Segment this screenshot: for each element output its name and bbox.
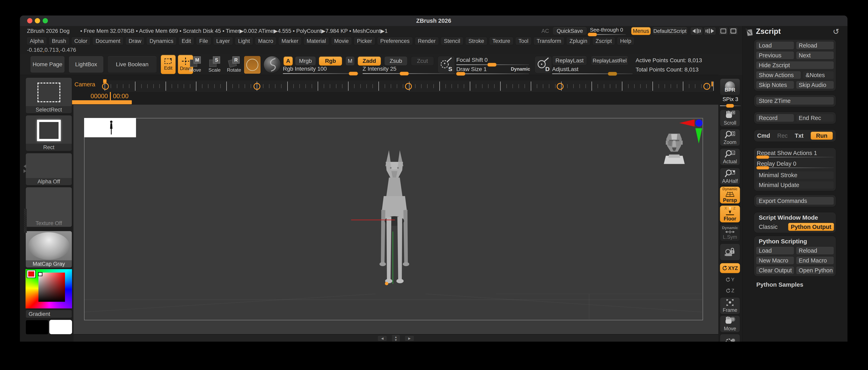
menu-item[interactable]: Document	[92, 37, 124, 45]
python-load-button[interactable]: Load	[756, 247, 794, 255]
replay-delay-slider[interactable]: Replay Delay 0	[756, 160, 834, 169]
draw-size-slider[interactable]	[456, 73, 529, 74]
menu-item[interactable]: Brush	[49, 37, 69, 45]
menu-item[interactable]: Layer	[213, 37, 233, 45]
export-commands-button[interactable]: Export Commands	[756, 197, 834, 205]
color-picker[interactable]	[26, 269, 72, 308]
minimal-stroke-button[interactable]: Minimal Stroke	[756, 171, 834, 179]
menu-item[interactable]: Tool	[515, 37, 532, 45]
document-canvas[interactable]	[73, 105, 718, 334]
menu-item[interactable]: Marker	[278, 37, 302, 45]
shelf-drag-strip[interactable]	[24, 209, 27, 233]
cmd-toggle[interactable]: Cmd	[757, 132, 770, 139]
menu-item[interactable]: Stroke	[465, 37, 487, 45]
menu-item[interactable]: Light	[235, 37, 253, 45]
divider-collapse-right-icon[interactable]	[704, 27, 716, 35]
move-gizmo-button[interactable]: M Move	[189, 56, 202, 73]
menu-item[interactable]: Texture	[489, 37, 514, 45]
store-ztime-button[interactable]: Store ZTime	[756, 97, 834, 105]
shelf-collapse-right-icon[interactable]	[24, 169, 26, 173]
aahalf-button[interactable]: AAHalf	[720, 168, 740, 185]
menu-item[interactable]: Render	[415, 37, 439, 45]
dog-model[interactable]	[371, 149, 417, 289]
x-axis-arrow[interactable]	[679, 119, 694, 127]
timeline-keyframe[interactable]	[557, 83, 564, 90]
menu-item[interactable]: Picker	[354, 37, 375, 45]
z-axis-dot[interactable]	[695, 119, 703, 127]
zscript-load-button[interactable]: Load	[756, 41, 794, 50]
rotate-y-button[interactable]: Y	[720, 275, 740, 284]
main-color-swatch[interactable]	[49, 320, 72, 334]
rec-toggle[interactable]: Rec	[777, 132, 788, 139]
txt-toggle[interactable]: Txt	[795, 132, 804, 139]
quicksave-button[interactable]: QuickSave	[553, 27, 587, 35]
python-reload-button[interactable]: Reload	[796, 247, 834, 255]
saturation-value-square[interactable]	[38, 273, 65, 302]
default-zscript-button[interactable]: DefaultZScript	[652, 27, 688, 35]
document-thumbnail[interactable]	[84, 118, 136, 137]
menu-item[interactable]: Dynamics	[146, 37, 177, 45]
python-output-toggle[interactable]: Python Output	[788, 223, 834, 231]
alpha-selector[interactable]: Alpha Off	[26, 153, 72, 185]
y-axis-arrow[interactable]	[695, 128, 702, 144]
move-canvas-button[interactable]: Move	[720, 315, 740, 332]
spix-slider[interactable]	[720, 105, 741, 106]
repeat-show-actions-slider[interactable]: Repeat Show Actions 1	[756, 150, 834, 159]
zsub-button[interactable]: Zsub	[384, 56, 407, 66]
bpr-render-button[interactable]: BPR	[720, 79, 740, 95]
zscript-previous-button[interactable]: Previous	[756, 51, 794, 59]
mrgb-button[interactable]: Mrgb	[295, 56, 316, 66]
move-panel-left-icon[interactable]	[719, 27, 728, 35]
menu-item[interactable]: Zscript	[592, 37, 615, 45]
focal-shift-slider[interactable]	[456, 64, 529, 65]
alpha-mode-button[interactable]: A	[283, 56, 293, 66]
home-page-button[interactable]: Home Page	[30, 56, 65, 73]
adjust-last-slider[interactable]	[552, 73, 632, 74]
see-through-slider[interactable]: See-through 0	[589, 26, 626, 36]
menu-item[interactable]: Draw	[125, 37, 145, 45]
zscript-next-button[interactable]: Next	[796, 51, 834, 59]
color-picker-marker[interactable]	[38, 272, 42, 276]
curve-selector[interactable]: D	[535, 56, 552, 73]
menu-item[interactable]: Zplugin	[566, 37, 591, 45]
new-macro-button[interactable]: New Macro	[756, 256, 794, 265]
gradient-toggle[interactable]: Gradient	[26, 310, 72, 318]
floor-toggle[interactable]: X Y Z Floor	[720, 206, 740, 222]
live-boolean-button[interactable]: Live Boolean	[107, 56, 157, 73]
replay-last-button[interactable]: ReplayLast	[552, 56, 587, 65]
perspective-toggle[interactable]: Dynamic Persp	[720, 187, 740, 204]
texture-selector[interactable]: Texture Off	[26, 187, 72, 227]
clear-output-button[interactable]: Clear Output	[756, 266, 794, 274]
timeline-keyframe[interactable]	[102, 83, 109, 90]
rect-stroke-selector[interactable]: Rect	[26, 115, 72, 151]
run-toggle[interactable]: Run	[811, 132, 833, 140]
zcut-button[interactable]: Zcut	[411, 56, 434, 66]
timeline-playhead[interactable]	[103, 79, 106, 83]
replay-last-rel-button[interactable]: ReplayLastRel	[591, 56, 628, 65]
timeline-scrollbar[interactable]	[71, 100, 132, 104]
stroke-selector[interactable]: S	[438, 56, 455, 73]
menu-item[interactable]: Transform	[533, 37, 564, 45]
rgb-button[interactable]: Rgb	[319, 56, 342, 66]
hide-zscript-button[interactable]: Hide Zscript	[756, 61, 834, 69]
material-selector[interactable]: MatCap Gray	[26, 231, 72, 268]
skip-audio-button[interactable]: Skip Audio	[796, 81, 834, 89]
camera-lock-button[interactable]	[720, 244, 740, 260]
rgb-intensity-slider[interactable]	[283, 73, 359, 74]
classic-toggle[interactable]: Classic	[756, 224, 786, 230]
menu-item[interactable]: Material	[303, 37, 329, 45]
end-macro-button[interactable]: End Macro	[796, 256, 834, 265]
lightbox-button[interactable]: LightBox	[69, 56, 104, 73]
local-symmetry-toggle[interactable]: Dynamic L.Sym	[720, 224, 740, 241]
move-panel-right-icon[interactable]	[729, 27, 738, 35]
menu-item[interactable]: Help	[617, 37, 634, 45]
zscript-reload-button[interactable]: Reload	[796, 41, 834, 50]
open-python-doc-button[interactable]: Open Python Do	[796, 266, 834, 274]
menu-item[interactable]: File	[196, 37, 211, 45]
axis-gizmo[interactable]	[678, 118, 705, 145]
end-rec-button[interactable]: End Rec	[796, 114, 834, 122]
panel-reload-icon[interactable]: ↺	[833, 27, 839, 36]
show-actions-button[interactable]: Show Actions	[756, 71, 801, 79]
menu-item[interactable]: Preferences	[377, 37, 413, 45]
timeline-track-label[interactable]: Camera	[74, 81, 95, 88]
